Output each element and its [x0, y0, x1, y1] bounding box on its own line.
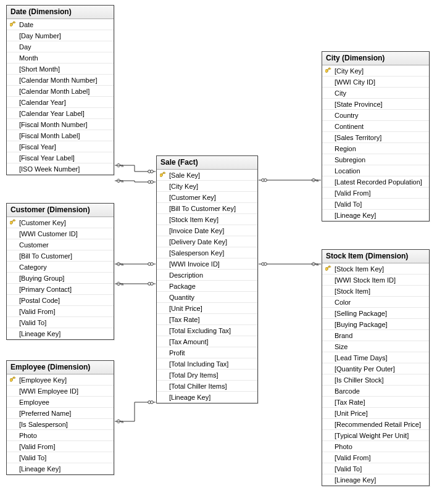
table-city-title[interactable]: City (Dimension) [322, 52, 429, 65]
column-row[interactable]: [Total Excluding Tax] [157, 325, 257, 336]
table-stockitem[interactable]: Stock Item (Dimension) [Stock Item Key][… [322, 249, 430, 486]
column-row[interactable]: Date [7, 19, 114, 30]
column-row[interactable]: [WWI Invoice ID] [157, 258, 257, 270]
column-row[interactable]: Package [157, 281, 257, 292]
column-row[interactable]: [Unit Price] [322, 408, 429, 419]
column-row[interactable]: [Invoice Date Key] [157, 225, 257, 236]
column-row[interactable]: [State Province] [322, 99, 429, 110]
table-employee-title[interactable]: Employee (Dimension) [7, 361, 114, 374]
column-row[interactable]: [Tax Amount] [157, 336, 257, 347]
column-row[interactable]: Employee [7, 397, 114, 408]
column-row[interactable]: [Tax Rate] [157, 314, 257, 325]
table-customer[interactable]: Customer (Dimension) [Customer Key][WWI … [6, 203, 114, 340]
column-row[interactable]: [Lead Time Days] [322, 352, 429, 363]
column-row[interactable]: Barcode [322, 386, 429, 397]
column-row[interactable]: [Short Month] [7, 64, 114, 75]
column-row[interactable]: Continent [322, 121, 429, 132]
column-row[interactable]: [Fiscal Month Number] [7, 119, 114, 130]
column-row[interactable]: Subregion [322, 154, 429, 165]
column-row[interactable]: [Lineage Key] [322, 210, 429, 221]
table-customer-title[interactable]: Customer (Dimension) [7, 204, 114, 217]
column-row[interactable]: Size [322, 341, 429, 352]
table-city[interactable]: City (Dimension) [City Key][WWI City ID]… [322, 51, 430, 221]
column-row[interactable]: [Stock Item Key] [322, 263, 429, 275]
column-row[interactable]: [Valid From] [7, 306, 114, 317]
table-employee[interactable]: Employee (Dimension) [Employee Key][WWI … [6, 360, 114, 475]
column-row[interactable]: [WWI Customer ID] [7, 228, 114, 239]
column-row[interactable]: Month [7, 52, 114, 64]
column-row[interactable]: [City Key] [157, 181, 257, 192]
column-row[interactable]: [Is Salesperson] [7, 419, 114, 430]
column-row[interactable]: Day [7, 41, 114, 52]
column-row[interactable]: [Typical Weight Per Unit] [322, 430, 429, 441]
column-row[interactable]: [WWI Stock Item ID] [322, 275, 429, 286]
column-row[interactable]: [Valid To] [7, 317, 114, 328]
column-row[interactable]: [Sales Territory] [322, 132, 429, 143]
column-row[interactable]: Photo [322, 441, 429, 452]
column-row[interactable]: [Valid To] [322, 463, 429, 474]
column-row[interactable]: [Customer Key] [7, 217, 114, 228]
column-row[interactable]: City [322, 88, 429, 99]
column-row[interactable]: [Lineage Key] [7, 463, 114, 474]
column-row[interactable]: [Buying Package] [322, 319, 429, 330]
column-row[interactable]: Description [157, 270, 257, 281]
column-row[interactable]: [Total Chiller Items] [157, 381, 257, 392]
column-row[interactable]: [Bill To Customer] [7, 250, 114, 262]
column-row[interactable]: [Employee Key] [7, 374, 114, 386]
column-row[interactable]: [Calendar Month Label] [7, 86, 114, 97]
column-row[interactable]: [Bill To Customer Key] [157, 203, 257, 214]
column-row[interactable]: [Customer Key] [157, 192, 257, 203]
column-row[interactable]: [Recommended Retail Price] [322, 419, 429, 430]
column-row[interactable]: [Lineage Key] [322, 474, 429, 485]
column-row[interactable]: [Quantity Per Outer] [322, 363, 429, 374]
column-row[interactable]: [Fiscal Year Label] [7, 152, 114, 163]
column-row[interactable]: [Tax Rate] [322, 397, 429, 408]
column-row[interactable]: Region [322, 143, 429, 154]
column-row[interactable]: [Fiscal Month Label] [7, 130, 114, 141]
column-row[interactable]: Profit [157, 347, 257, 358]
column-row[interactable]: [Day Number] [7, 30, 114, 41]
column-row[interactable]: [Valid To] [7, 452, 114, 463]
column-row[interactable]: [WWI City ID] [322, 76, 429, 88]
column-row[interactable]: [Calendar Year] [7, 97, 114, 108]
column-row[interactable]: [Calendar Month Number] [7, 75, 114, 86]
column-row[interactable]: Quantity [157, 292, 257, 303]
column-row[interactable]: Country [322, 110, 429, 121]
table-stockitem-title[interactable]: Stock Item (Dimension) [322, 250, 429, 263]
column-row[interactable]: Brand [322, 330, 429, 341]
column-row[interactable]: Color [322, 297, 429, 308]
column-row[interactable]: Photo [7, 430, 114, 441]
column-row[interactable]: Location [322, 165, 429, 176]
column-row[interactable]: [Valid From] [322, 452, 429, 463]
table-sale[interactable]: Sale (Fact) [Sale Key][City Key][Custome… [156, 155, 258, 403]
column-row[interactable]: [Total Dry Items] [157, 370, 257, 381]
column-row[interactable]: Customer [7, 239, 114, 250]
column-row[interactable]: [ISO Week Number] [7, 163, 114, 175]
column-row[interactable]: [Stock Item] [322, 286, 429, 297]
column-row[interactable]: [Latest Recorded Population] [322, 176, 429, 188]
column-row[interactable]: [Preferred Name] [7, 408, 114, 419]
column-row[interactable]: [Sale Key] [157, 170, 257, 181]
column-row[interactable]: [Lineage Key] [7, 328, 114, 339]
column-row[interactable]: [Buying Group] [7, 273, 114, 284]
column-row[interactable]: [Calendar Year Label] [7, 108, 114, 119]
column-row[interactable]: [Salesperson Key] [157, 247, 257, 258]
column-row[interactable]: [Valid From] [7, 441, 114, 452]
column-row[interactable]: [Delivery Date Key] [157, 236, 257, 247]
table-date[interactable]: Date (Dimension) Date[Day Number]DayMont… [6, 5, 114, 175]
column-row[interactable]: [Total Including Tax] [157, 358, 257, 370]
column-row[interactable]: [Primary Contact] [7, 284, 114, 295]
column-row[interactable]: [City Key] [322, 65, 429, 76]
column-row[interactable]: [Valid To] [322, 199, 429, 210]
column-row[interactable]: [Fiscal Year] [7, 141, 114, 152]
column-row[interactable]: [Lineage Key] [157, 392, 257, 403]
table-date-title[interactable]: Date (Dimension) [7, 6, 114, 19]
column-row[interactable]: [Valid From] [322, 188, 429, 199]
column-row[interactable]: [Stock Item Key] [157, 214, 257, 225]
column-row[interactable]: [Unit Price] [157, 303, 257, 314]
column-row[interactable]: Category [7, 262, 114, 273]
column-row[interactable]: [Selling Package] [322, 308, 429, 319]
table-sale-title[interactable]: Sale (Fact) [157, 156, 257, 170]
column-row[interactable]: [Postal Code] [7, 295, 114, 306]
column-row[interactable]: [Is Chiller Stock] [322, 374, 429, 386]
